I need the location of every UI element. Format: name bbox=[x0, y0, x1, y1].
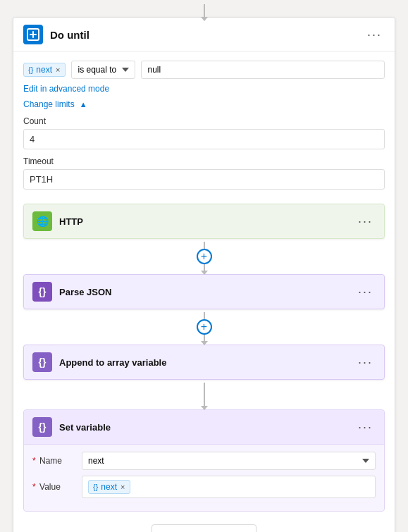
inner-actions: 🌐 HTTP ··· + {} bbox=[13, 204, 395, 532]
value-token-label: next bbox=[101, 482, 117, 492]
append-more-button[interactable]: ··· bbox=[355, 355, 376, 370]
token-icon: {} bbox=[28, 66, 33, 74]
set-variable-title: Set variable bbox=[59, 422, 111, 433]
append-title: Append to array variable bbox=[59, 357, 166, 368]
count-input[interactable] bbox=[23, 129, 385, 149]
top-connector bbox=[0, 0, 408, 17]
http-action-header-left: 🌐 HTTP bbox=[32, 211, 83, 231]
http-action-header[interactable]: 🌐 HTTP ··· bbox=[24, 204, 384, 238]
token-label: next bbox=[36, 65, 52, 75]
parse-json-action-card: {} Parse JSON ··· bbox=[23, 274, 385, 309]
change-limits-toggle[interactable]: Change limits ▲ bbox=[23, 99, 87, 109]
add-action-area: Add an action bbox=[23, 512, 385, 532]
connector-3 bbox=[23, 380, 385, 409]
append-action-header[interactable]: {} Append to array variable ··· bbox=[24, 345, 384, 379]
connector-arrow-1 bbox=[204, 264, 205, 271]
http-more-button[interactable]: ··· bbox=[355, 214, 376, 229]
timeout-label: Timeout bbox=[23, 156, 385, 166]
set-variable-name-select[interactable]: next bbox=[82, 452, 376, 470]
count-field: Count bbox=[23, 116, 385, 149]
http-action-card: 🌐 HTTP ··· bbox=[23, 204, 385, 239]
parse-json-title: Parse JSON bbox=[59, 287, 111, 297]
edit-advanced-link[interactable]: Edit in advanced mode bbox=[23, 84, 109, 94]
set-variable-action-card: {} Set variable ··· * Name next bbox=[23, 409, 385, 512]
simple-arrow-1 bbox=[204, 397, 205, 407]
set-variable-header-left: {} Set variable bbox=[32, 417, 111, 437]
limits-section: Change limits ▲ Count Timeout bbox=[13, 97, 395, 204]
count-label: Count bbox=[23, 116, 385, 126]
card-header: Do until ··· bbox=[13, 18, 395, 52]
set-variable-icon: {} bbox=[32, 417, 52, 437]
set-variable-more-button[interactable]: ··· bbox=[355, 420, 376, 435]
connector-line-1 bbox=[204, 242, 205, 249]
http-icon: 🌐 bbox=[32, 211, 52, 231]
set-variable-action-header[interactable]: {} Set variable ··· bbox=[24, 410, 384, 445]
value-token-pill: {} next × bbox=[88, 480, 130, 494]
connector-1: + bbox=[23, 239, 385, 274]
set-variable-value-field: * Value {} next × bbox=[32, 476, 376, 498]
set-variable-name-field: * Name next bbox=[32, 452, 376, 470]
set-variable-body: * Name next * Value bbox=[24, 445, 384, 511]
set-variable-name-label: * Name bbox=[32, 456, 82, 466]
connector-2: + bbox=[23, 309, 385, 345]
add-between-parsejson-append[interactable]: + bbox=[197, 319, 212, 335]
connector-arrow-2 bbox=[204, 335, 205, 342]
do-until-card: Do until ··· {} next × is equal to Edit … bbox=[13, 17, 395, 532]
set-variable-value-input[interactable]: {} next × bbox=[82, 476, 376, 498]
timeout-input[interactable] bbox=[23, 169, 385, 190]
value-token-icon: {} bbox=[93, 483, 98, 491]
append-icon: {} bbox=[32, 352, 52, 372]
condition-row: {} next × is equal to bbox=[13, 52, 395, 79]
append-action-card: {} Append to array variable ··· bbox=[23, 345, 385, 380]
simple-line-1 bbox=[204, 383, 205, 397]
parse-json-icon: {} bbox=[32, 282, 52, 302]
condition-operator-select[interactable]: is equal to bbox=[71, 61, 135, 79]
do-until-title: Do until bbox=[50, 29, 89, 41]
set-variable-value-label: * Value bbox=[32, 482, 82, 492]
add-between-http-parsejson[interactable]: + bbox=[197, 249, 212, 264]
change-limits-label: Change limits bbox=[23, 99, 75, 109]
parse-json-action-header[interactable]: {} Parse JSON ··· bbox=[24, 275, 384, 309]
name-required-star: * bbox=[32, 456, 36, 466]
condition-value-input[interactable] bbox=[141, 61, 385, 79]
next-token: {} next × bbox=[23, 63, 66, 77]
connector-line-2 bbox=[204, 312, 205, 319]
card-header-left: Do until bbox=[23, 25, 89, 44]
parse-json-header-left: {} Parse JSON bbox=[32, 282, 111, 302]
value-token-close[interactable]: × bbox=[120, 483, 125, 491]
parse-json-more-button[interactable]: ··· bbox=[355, 285, 376, 299]
chevron-up-icon: ▲ bbox=[80, 100, 87, 109]
token-close-button[interactable]: × bbox=[55, 66, 61, 74]
more-options-button[interactable]: ··· bbox=[364, 27, 385, 42]
http-title: HTTP bbox=[59, 216, 83, 227]
append-header-left: {} Append to array variable bbox=[32, 352, 166, 372]
add-action-button[interactable]: Add an action bbox=[152, 524, 257, 532]
timeout-field: Timeout bbox=[23, 156, 385, 190]
edit-advanced-link-row: Edit in advanced mode bbox=[13, 79, 395, 97]
value-required-star: * bbox=[32, 482, 36, 492]
do-until-icon bbox=[23, 25, 43, 44]
